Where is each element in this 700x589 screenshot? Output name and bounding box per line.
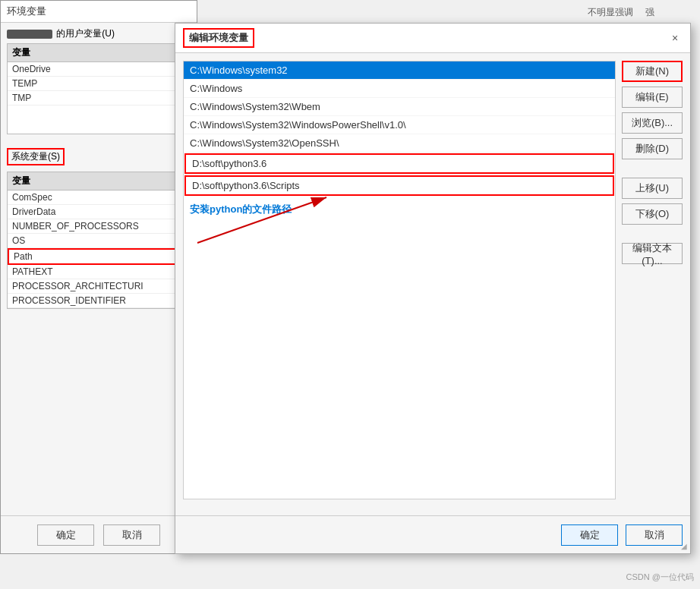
- new-button[interactable]: 新建(N): [622, 61, 683, 82]
- outer-bottom-bar: 确定 取消: [1, 515, 197, 553]
- outer-cancel-button[interactable]: 取消: [103, 524, 160, 546]
- sys-var-header: 变量: [8, 172, 190, 191]
- path-list-item[interactable]: C:\Windows: [184, 80, 615, 98]
- dialog-confirm-button[interactable]: 确定: [561, 524, 618, 546]
- outer-confirm-button[interactable]: 确定: [37, 524, 94, 546]
- delete-button[interactable]: 删除(D): [622, 138, 683, 159]
- path-list-item[interactable]: C:\Windows\System32\WindowsPowerShell\v1…: [184, 116, 615, 134]
- dialog-bottom-bar: 确定 取消: [175, 515, 690, 553]
- edit-dialog: 编辑环境变量 × C:\Windows\system32 C:\Windows …: [175, 23, 691, 554]
- dialog-title: 编辑环境变量: [183, 28, 254, 48]
- move-up-button[interactable]: 上移(U): [622, 178, 683, 199]
- user-var-header: 变量: [8, 44, 190, 62]
- path-list-item[interactable]: C:\Windows\system32: [184, 61, 615, 80]
- sys-vars-section: 系统变量(S) 变量 ComSpec DriverData NUMBER_OF_…: [1, 139, 197, 313]
- path-list-container: C:\Windows\system32 C:\Windows C:\Window…: [183, 61, 616, 499]
- button-panel: 新建(N) 编辑(E) 浏览(B)... 删除(D) 上移(U) 下移(O) 编…: [622, 61, 683, 499]
- sys-var-row-path[interactable]: Path: [8, 248, 190, 265]
- user-var-row[interactable]: TMP: [8, 91, 190, 106]
- user-var-row[interactable]: TEMP: [8, 77, 190, 91]
- sys-var-row[interactable]: PROCESSOR_ARCHITECTURI: [8, 279, 190, 294]
- path-list-item-python-scripts[interactable]: D:\soft\python3.6\Scripts: [184, 175, 614, 196]
- resize-handle[interactable]: ◢: [681, 542, 687, 550]
- user-var-label: 的用户变量(U): [7, 27, 191, 40]
- dialog-close-button[interactable]: ×: [667, 30, 683, 46]
- sys-var-label: 系统变量(S): [7, 148, 65, 165]
- dialog-cancel-button[interactable]: 取消: [626, 524, 683, 546]
- path-list-item[interactable]: C:\Windows\System32\Wbem: [184, 98, 615, 116]
- user-var-label-text: 的用户变量(U): [56, 28, 115, 39]
- env-window-titlebar: 环境变量: [1, 1, 197, 23]
- env-window-title: 环境变量: [7, 5, 46, 17]
- sys-var-row[interactable]: NUMBER_OF_PROCESSORS: [8, 219, 190, 234]
- user-var-table: 变量 OneDrive TEMP TMP: [7, 43, 191, 134]
- sys-var-row[interactable]: PATHEXT: [8, 265, 190, 279]
- sys-var-row[interactable]: PROCESSOR_IDENTIFIER: [8, 294, 190, 308]
- path-list-item[interactable]: C:\Windows\System32\OpenSSH\: [184, 134, 615, 153]
- sys-var-table: 变量 ComSpec DriverData NUMBER_OF_PROCESSO…: [7, 172, 191, 309]
- path-list-item-python[interactable]: D:\soft\python3.6: [184, 153, 614, 174]
- sys-var-row[interactable]: ComSpec: [8, 191, 190, 205]
- annotation-text: 安装python的文件路径: [184, 197, 615, 222]
- browse-button[interactable]: 浏览(B)...: [622, 112, 683, 134]
- dialog-titlebar: 编辑环境变量 ×: [175, 24, 690, 53]
- user-vars-section: 的用户变量(U) 变量 OneDrive TEMP TMP: [1, 23, 197, 139]
- env-window: 环境变量 的用户变量(U) 变量 OneDrive TEMP TMP 系统变量(…: [0, 0, 197, 554]
- top-right-label1: 不明显强调: [588, 6, 633, 19]
- move-down-button[interactable]: 下移(O): [622, 203, 683, 225]
- edit-text-button[interactable]: 编辑文本(T)...: [622, 243, 683, 264]
- csdn-watermark: CSDN @一位代码: [626, 572, 694, 583]
- dialog-content: C:\Windows\system32 C:\Windows C:\Window…: [175, 53, 690, 507]
- sys-var-row[interactable]: OS: [8, 234, 190, 248]
- user-var-row[interactable]: OneDrive: [8, 62, 190, 77]
- edit-button[interactable]: 编辑(E): [622, 87, 683, 108]
- sys-var-row[interactable]: DriverData: [8, 205, 190, 219]
- top-right-label2: 强: [645, 6, 654, 19]
